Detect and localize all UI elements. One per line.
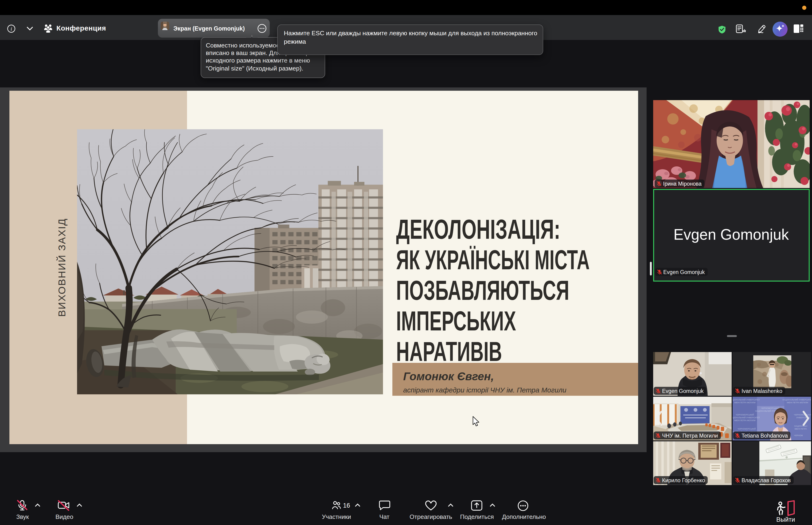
svg-text:ІМЕНІ ПЕТРА МОГИЛИ: ІМЕНІ ПЕТРА МОГИЛИ xyxy=(734,419,755,421)
svg-text:ІМЕНІ ПЕТРА: ІМЕНІ ПЕТРА xyxy=(794,427,807,430)
svg-text:i: i xyxy=(11,26,12,32)
svg-text:НАЦІОНАЛЬНИЙ УНІВЕРСИТЕТ: НАЦІОНАЛЬНИЙ УНІВЕРСИТЕТ xyxy=(782,398,811,401)
svg-text:НАЦІОНАЛЬНИЙ УНІВЕРСИТЕТ: НАЦІОНАЛЬНИЙ УНІВЕРСИТЕТ xyxy=(732,416,760,419)
svg-text:НАЦІОНАЛЬНИЙ УНІВЕРСИТЕТ: НАЦІОНАЛЬНИЙ УНІВЕРСИТЕТ xyxy=(732,398,760,401)
svg-text:ЧОРНОМ: ЧОРНОМ xyxy=(794,434,802,436)
svg-text:ЧОРНОМОРСЬКИЙ: ЧОРНОМОРСЬКИЙ xyxy=(761,407,779,409)
svg-text:ІМЕНІ ПЕТРА МОГИЛИ: ІМЕНІ ПЕТРА МОГИЛИ xyxy=(734,401,755,404)
svg-text:ЧОРНОМОРСЬКИЙ: ЧОРНОМОРСЬКИЙ xyxy=(737,427,756,430)
svg-text:ІМЕНІ ПЕТРА МОГИЛИ: ІМЕНІ ПЕТРА МОГИЛИ xyxy=(787,401,808,404)
svg-text:ЧОРНОМОРСЬКИЙ: ЧОРНОМОРСЬКИЙ xyxy=(735,413,754,416)
